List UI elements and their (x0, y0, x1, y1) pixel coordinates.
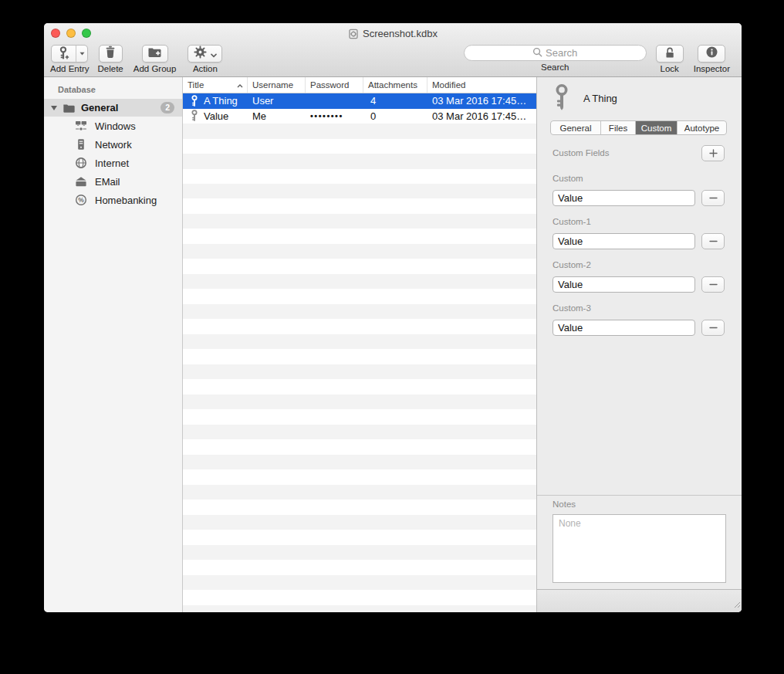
custom-field-label: Custom-1 (553, 217, 591, 226)
toolbar: Add Entry Delete Add Group (44, 43, 742, 77)
document-icon (348, 29, 359, 39)
folder-icon (63, 103, 76, 113)
custom-field-input[interactable] (553, 233, 695, 249)
window-chrome: Screenshot.kdbx Add Entry (44, 23, 742, 77)
column-header-modified[interactable]: Modified (427, 77, 536, 93)
remove-custom-field-button[interactable] (701, 320, 725, 336)
sidebar-item-label: Internet (95, 157, 129, 169)
entry-table-header: Title Username Password Attachments Modi… (183, 77, 536, 93)
inspector-tabs: General Files Custom Autotype (550, 120, 727, 135)
remove-custom-field-button[interactable] (701, 276, 725, 293)
entry-title: A Thing (204, 95, 238, 107)
entry-table-empty-rows[interactable] (183, 124, 536, 612)
sidebar-item-label: EMail (95, 176, 120, 188)
server-icon (75, 138, 87, 151)
search-toolbar-item: Search Search (464, 45, 647, 72)
tab-general[interactable]: General (551, 121, 601, 134)
lock-button[interactable] (656, 45, 684, 63)
notes-textarea[interactable] (553, 514, 726, 583)
titlebar: Screenshot.kdbx (44, 27, 742, 40)
entry-row[interactable]: Value Me •••••••• 0 03 Mar 2016 17:45… (183, 109, 536, 124)
entry-row[interactable]: A Thing User 4 03 Mar 2016 17:45… (183, 93, 536, 109)
tab-files[interactable]: Files (601, 121, 636, 134)
notes-label: Notes (553, 500, 576, 509)
envelope-icon (75, 175, 87, 188)
disclosure-triangle-icon[interactable] (51, 106, 57, 110)
resize-grip[interactable] (732, 598, 741, 611)
entry-key-icon (553, 83, 570, 115)
remove-custom-field-button[interactable] (701, 233, 725, 249)
column-header-attachments[interactable]: Attachments (363, 77, 427, 93)
minus-icon (709, 323, 718, 332)
custom-field-input[interactable] (553, 276, 695, 293)
unlocked-padlock-icon (664, 46, 675, 62)
tab-custom[interactable]: Custom (636, 121, 678, 134)
entry-username: Me (248, 110, 306, 122)
custom-field-input[interactable] (553, 190, 695, 206)
add-group-toolbar-item: Add Group (133, 45, 177, 73)
delete-label: Delete (98, 64, 123, 73)
inspector-entry-title: A Thing (583, 93, 617, 104)
key-icon (191, 95, 198, 107)
action-label: Action (193, 64, 218, 73)
macpass-window: Screenshot.kdbx Add Entry (44, 23, 742, 612)
add-custom-field-button[interactable] (701, 145, 725, 161)
inspector-label: Inspector (694, 64, 730, 73)
sidebar-item-label: Windows (95, 120, 136, 132)
custom-fields-header: Custom Fields (553, 148, 610, 157)
search-icon (532, 47, 542, 59)
window-content: Database General 2 Windows Network (44, 77, 742, 612)
sidebar-item-windows[interactable]: Windows (44, 117, 182, 135)
sidebar-item-label: Homebanking (95, 195, 157, 206)
entry-username: User (248, 95, 306, 107)
custom-field-label: Custom-3 (553, 303, 591, 313)
column-header-password[interactable]: Password (306, 77, 363, 93)
inspector-button[interactable] (698, 45, 725, 63)
delete-button[interactable] (99, 45, 123, 63)
percent-circle-icon: % (75, 194, 87, 206)
sidebar-item-email[interactable]: EMail (44, 172, 182, 191)
lock-label: Lock (661, 64, 679, 73)
entry-attachments: 0 (363, 110, 427, 122)
entry-title: Value (204, 110, 228, 122)
chevron-down-icon (211, 47, 217, 61)
gear-icon (194, 46, 207, 62)
add-entry-button[interactable] (51, 45, 88, 63)
delete-toolbar-item: Delete (98, 45, 123, 73)
custom-field-input[interactable] (553, 320, 695, 336)
add-entry-label: Add Entry (50, 64, 90, 73)
sidebar-item-network[interactable]: Network (44, 135, 182, 154)
entry-modified: 03 Mar 2016 17:45… (427, 95, 536, 107)
inspector-panel: A Thing General Files Custom Autotype Cu… (536, 77, 742, 612)
search-label: Search (541, 63, 569, 72)
add-entry-key-icon[interactable] (52, 46, 76, 62)
sidebar-item-general[interactable]: General 2 (44, 99, 182, 117)
entry-password: •••••••• (306, 111, 363, 120)
svg-text:%: % (78, 196, 84, 204)
tab-autotype[interactable]: Autotype (678, 121, 726, 134)
sidebar-item-internet[interactable]: Internet (44, 154, 182, 172)
minus-icon (709, 237, 718, 246)
remove-custom-field-button[interactable] (701, 190, 725, 206)
minus-icon (709, 194, 718, 202)
add-entry-dropdown-arrow-icon[interactable] (76, 46, 87, 62)
sort-ascending-icon (237, 80, 243, 90)
action-button[interactable] (188, 45, 222, 63)
add-group-button[interactable] (142, 45, 168, 63)
inspector-toolbar-item: Inspector (694, 45, 730, 73)
key-icon (191, 110, 198, 122)
column-header-title[interactable]: Title (183, 77, 248, 93)
globe-icon (75, 157, 87, 169)
entry-attachments: 4 (363, 95, 427, 107)
column-header-username[interactable]: Username (248, 77, 306, 93)
sidebar-section-header: Database (44, 77, 182, 99)
search-input[interactable]: Search (464, 45, 647, 61)
custom-field-label: Custom (553, 174, 583, 183)
entry-modified: 03 Mar 2016 17:45… (427, 110, 536, 122)
add-group-label: Add Group (133, 64, 177, 73)
sidebar-item-homebanking[interactable]: % Homebanking (44, 191, 182, 209)
lock-toolbar-item: Lock (656, 45, 684, 73)
trash-icon (104, 46, 117, 62)
custom-field-label: Custom-2 (553, 260, 591, 269)
sidebar: Database General 2 Windows Network (44, 77, 183, 612)
